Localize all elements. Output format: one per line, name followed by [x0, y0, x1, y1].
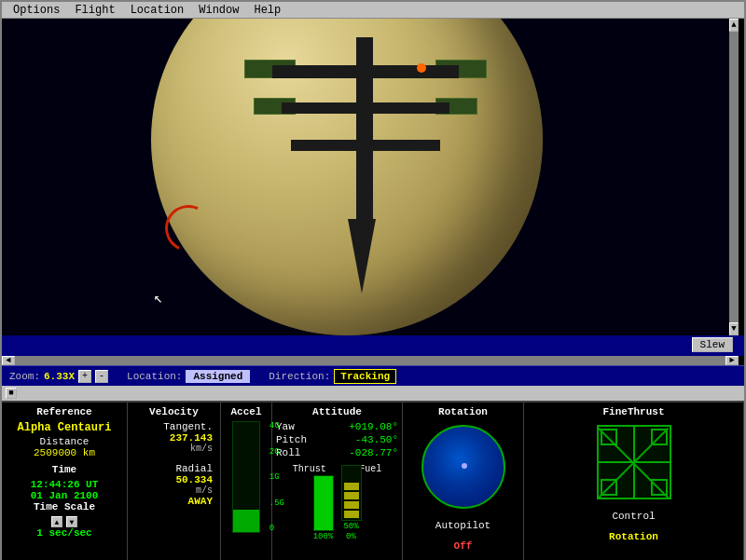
rotation-dot [462, 463, 467, 469]
menu-options[interactable]: Options [6, 2, 67, 18]
ft-corner-tr [651, 429, 668, 445]
fuel-seg-4 [344, 511, 359, 518]
timescale-down-btn[interactable]: ▼ [66, 516, 77, 527]
timescale-row: ▲ ▼ [6, 516, 123, 527]
scroll-up-btn[interactable]: ▲ [729, 19, 739, 32]
accel-bar-container [232, 421, 260, 533]
scroll-left-btn[interactable]: ◄ [2, 356, 15, 365]
rotation-panel: Rotation Autopilot Off [403, 403, 524, 560]
timescale-value: 1 sec/sec [6, 527, 123, 539]
ft-corner-bl [601, 479, 617, 496]
accel-1g: 1G [269, 472, 284, 482]
timescale-label: Time Scale [6, 501, 123, 512]
attitude-title: Attitude [276, 406, 398, 417]
menu-flight[interactable]: Flight [67, 2, 122, 18]
slew-button[interactable]: Slew [692, 337, 733, 352]
accel-scale: 4G 2G 1G .5G 0 [269, 421, 284, 533]
radial-value: 50.334 [131, 474, 216, 485]
fuel-50pct: 50% [343, 522, 358, 531]
tf-titles: Thrust Fuel [276, 464, 398, 474]
time-block: Time 12:44:26 UT 01 Jan 2100 Time Scale … [6, 464, 123, 539]
menu-location[interactable]: Location [123, 2, 192, 18]
mini-button[interactable]: ■ [6, 388, 17, 399]
pitch-row: Pitch -43.50° [276, 434, 398, 445]
roll-value: -028.77° [333, 447, 398, 458]
simulation-viewport[interactable]: ▲ ▼ [2, 19, 739, 335]
location-section: Location: Assigned [127, 370, 250, 383]
scroll-down-btn[interactable]: ▼ [729, 322, 739, 335]
fuel-seg-3 [344, 501, 359, 509]
reference-name: Alpha Centauri [6, 421, 123, 434]
space-station [244, 37, 487, 224]
fuel-segments [342, 477, 361, 520]
roll-row: Roll -028.77° [276, 447, 398, 458]
attitude-panel: Attitude Yaw +019.08° Pitch -43.50° Roll… [272, 403, 403, 560]
fuel-bar-wrap: 50% 0% [341, 465, 362, 541]
autopilot-label: Autopilot [435, 520, 490, 531]
direction-label: Direction: [269, 371, 330, 382]
fuel-0pct: 0% [346, 532, 356, 541]
zoom-section: Zoom: 6.33X + - [9, 370, 108, 383]
station-body [356, 37, 373, 224]
station-cone [348, 219, 376, 294]
pitch-value: -43.50° [333, 434, 398, 445]
tangent-value: 237.143 [131, 432, 216, 444]
zoom-plus-button[interactable]: + [78, 370, 91, 383]
scroll-right-btn[interactable]: ► [725, 356, 739, 365]
ft-corner-br [651, 479, 668, 496]
tangent-label: Tangent. [131, 421, 216, 432]
velocity-direction: AWAY [131, 496, 216, 507]
menu-help[interactable]: Help [246, 2, 288, 18]
zoom-label: Zoom: [9, 371, 40, 382]
control-value: Rotation [609, 531, 658, 542]
control-label: Control [612, 511, 655, 522]
time-value: 12:44:26 UT [6, 479, 123, 490]
autopilot-value: Off [454, 540, 473, 552]
reference-panel: Reference Alpha Centauri Distance 250900… [2, 403, 128, 560]
mini-bar: ■ [2, 386, 744, 401]
instruments-panel: Reference Alpha Centauri Distance 250900… [2, 401, 744, 560]
autopilot-value-row: Off [407, 537, 519, 553]
thrust-bar-wrap: 100% [313, 475, 334, 541]
fuel-bar-container [341, 465, 362, 521]
accel-halfg: .5G [269, 499, 284, 508]
zoom-minus-button[interactable]: - [95, 370, 108, 383]
finethrust-panel: FineThrust Control Rotation [524, 403, 744, 560]
autopilot-row: Autopilot [407, 516, 519, 533]
velocity-panel: Velocity Tangent. 237.143 km/s Radial 50… [128, 403, 221, 560]
distance-value: 2509000 km [6, 447, 123, 458]
slew-bar: Slew [2, 335, 744, 356]
thrust-label: Thrust [293, 464, 326, 474]
accel-display: 4G 2G 1G .5G 0 [232, 421, 260, 533]
viewport-scrollbar[interactable]: ▲ ▼ [729, 19, 739, 335]
menubar: Options Flight Location Window Help [2, 2, 744, 19]
reference-title: Reference [6, 406, 123, 417]
rotation-title: Rotation [407, 406, 519, 417]
accel-title: Accel [230, 406, 261, 417]
thrust-bar-fill [314, 476, 333, 530]
app-window: Options Flight Location Window Help ▲ ▼ [0, 0, 746, 560]
horizontal-scrollbar[interactable]: ◄ ► [2, 356, 739, 365]
accel-bar-fill [233, 510, 259, 532]
ft-corner-tl [601, 429, 617, 445]
velocity-title: Velocity [131, 406, 216, 417]
location-label: Location: [127, 371, 182, 382]
location-value: Assigned [186, 370, 250, 383]
date-value: 01 Jan 2100 [6, 490, 123, 501]
control-value-row: Rotation [528, 527, 739, 544]
accel-panel: Accel 4G 2G 1G .5G 0 [221, 403, 272, 560]
distance-label: Distance [6, 436, 123, 447]
radial-unit: m/s [131, 485, 216, 496]
finethrust-display [597, 425, 671, 499]
time-title: Time [6, 464, 123, 475]
timescale-up-btn[interactable]: ▲ [51, 516, 62, 527]
yaw-value: +019.08° [333, 421, 398, 432]
finethrust-title: FineThrust [528, 406, 739, 417]
zoom-status-bar: Zoom: 6.33X + - Location: Assigned Direc… [2, 365, 744, 386]
accel-4g: 4G [269, 421, 284, 430]
fuel-seg-2 [344, 492, 359, 499]
menu-window[interactable]: Window [191, 2, 246, 18]
direction-section: Direction: Tracking [269, 369, 396, 384]
fuel-seg-1 [344, 483, 359, 490]
thrust-bar-container [313, 475, 334, 531]
